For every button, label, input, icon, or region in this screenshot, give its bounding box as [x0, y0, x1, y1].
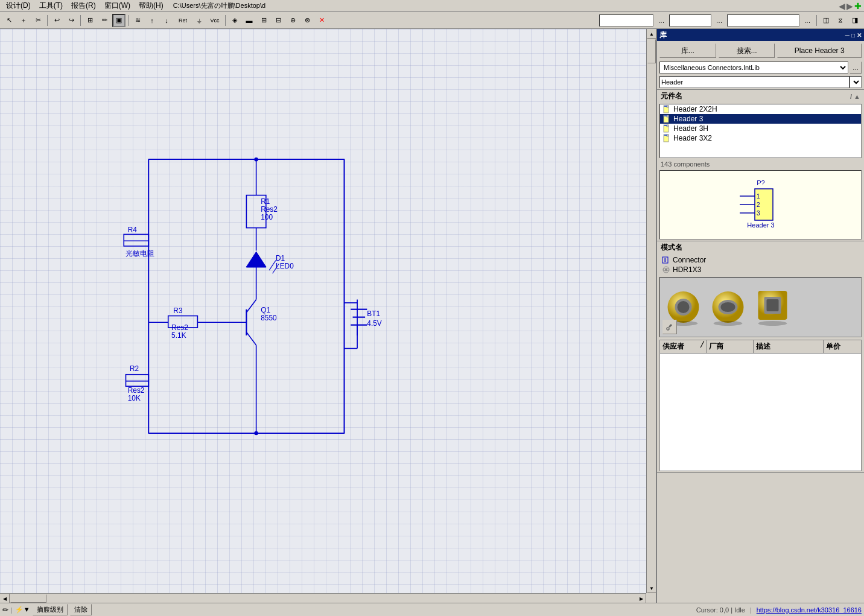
component-item-header3h[interactable]: Header 3H [660, 124, 861, 133]
filter-select[interactable]: ▼ [850, 76, 862, 88]
panel-titlebar: 库 ─ □ ✕ [657, 29, 864, 41]
sheet-size-dropdown[interactable] [599, 14, 653, 27]
svg-text:R1: R1 [261, 197, 270, 206]
tool-place-comp[interactable]: ◈ [228, 14, 241, 27]
svg-point-50 [254, 157, 258, 161]
tool-edit[interactable]: ✏ [98, 14, 111, 27]
supplier-col-desc: 描述 [754, 340, 824, 353]
search-button[interactable]: 搜索... [719, 43, 775, 58]
scroll-thumb-v[interactable] [647, 39, 656, 63]
tool-delete[interactable]: ✕ [315, 14, 328, 27]
tool-select2[interactable]: ▣ [112, 14, 125, 27]
menu-window[interactable]: 窗口(W) [101, 0, 134, 11]
svg-text:BT1: BT1 [367, 310, 380, 318]
svg-line-25 [246, 332, 256, 346]
model-hdr1x3[interactable]: HDR1X3 [659, 265, 862, 275]
zoom-input[interactable] [669, 14, 711, 27]
view-input[interactable] [727, 14, 799, 27]
tool-arrow-down[interactable]: ↓ [160, 14, 173, 27]
tool-select[interactable]: ↖ [2, 14, 16, 27]
library-row: Miscellaneous Connectors.IntLib … [657, 60, 864, 75]
scroll-down-btn[interactable]: ▼ [647, 583, 656, 593]
align-center[interactable]: ⧖ [834, 14, 847, 27]
status-sep-url: | [750, 606, 752, 614]
tool-hier[interactable]: ⊟ [272, 14, 285, 27]
panel-close-icon[interactable]: ✕ [857, 32, 862, 39]
scroll-up-btn[interactable]: ▲ [647, 29, 656, 39]
nav-forward-icon[interactable]: ▶ [847, 1, 853, 11]
component-item-header3x2[interactable]: Header 3X2 [660, 133, 861, 143]
svg-text:Res2: Res2 [261, 205, 278, 214]
panel-restore-icon[interactable]: □ [851, 32, 855, 39]
svg-text:R2: R2 [130, 364, 139, 373]
abstraction-level-btn[interactable]: 摘腹级别 [33, 604, 68, 615]
library-more-btn[interactable]: … [850, 62, 862, 74]
tool-undo[interactable]: ↩ [50, 14, 63, 27]
menu-help[interactable]: 帮助(H) [135, 0, 167, 11]
schematic-canvas[interactable]: R1 Res2 100 D1 LED0 R4 光敏电阻 [0, 29, 656, 603]
wrench-icon [665, 323, 674, 331]
tool-align[interactable]: ⊞ [83, 14, 97, 27]
csdn-url[interactable]: https://blog.csdn.net/k30316_16616 [757, 606, 862, 614]
tool-copy[interactable]: ⊕ [286, 14, 299, 27]
place-header-button[interactable]: Place Header 3 [777, 43, 862, 58]
bottom-toolbar: ✏ | ⚡▼ 摘腹级别 清除 Cursor: 0,0 | Idle | http… [0, 603, 864, 616]
supplier-col-vendor: 供应者 ╱ [660, 340, 707, 353]
tool-ret[interactable]: Ret [174, 14, 191, 27]
nav-back-icon[interactable]: ◀ [839, 1, 845, 11]
tool-arrow-up[interactable]: ↑ [145, 14, 159, 27]
view-dropdown-btn[interactable]: … [801, 14, 814, 27]
filter-input[interactable] [659, 76, 850, 88]
component-list[interactable]: Header 2X2H Header 3 Header 3H [659, 104, 862, 158]
scroll-track-v[interactable] [647, 39, 656, 583]
scroll-thumb-h[interactable] [10, 594, 46, 603]
3d-connector-svg-2 [707, 286, 749, 328]
3d-model-icon [662, 265, 670, 274]
svg-text:5.1K: 5.1K [171, 331, 186, 340]
tool-vcc[interactable]: Vcc [207, 14, 223, 27]
svg-point-83 [678, 301, 690, 313]
tool-power-sym[interactable]: ⏚ [192, 14, 206, 27]
menu-tools[interactable]: 工具(T) [36, 0, 66, 11]
tool-wire-cross[interactable]: + [17, 14, 30, 27]
nav-add-icon[interactable]: ✚ [854, 1, 862, 11]
3d-connector-svg-3 [752, 286, 794, 328]
component-name-header2x2h: Header 2X2H [673, 105, 717, 113]
scroll-left-btn[interactable]: ◀ [0, 594, 10, 603]
toolbar: ↖ + ✂ ↩ ↪ ⊞ ✏ ▣ ≋ ↑ ↓ Ret ⏚ Vcc ◈ ▬ ⊞ ⊟ … [0, 12, 864, 29]
menu-report[interactable]: 报告(R) [68, 0, 100, 11]
svg-point-88 [714, 321, 743, 326]
library-dropdown[interactable]: Miscellaneous Connectors.IntLib [659, 62, 848, 74]
align-right[interactable]: ◨ [848, 14, 862, 27]
tool-wire[interactable]: ≋ [131, 14, 144, 27]
component-item-header2x2h[interactable]: Header 2X2H [660, 104, 861, 114]
canvas-scrollbar-vertical[interactable]: ▲ ▼ [646, 29, 656, 593]
3d-preview-tool-btn[interactable] [662, 320, 677, 334]
svg-text:4.5V: 4.5V [367, 319, 382, 328]
component-item-header3[interactable]: Header 3 [660, 114, 861, 124]
components-section-label: 元件名 [661, 91, 682, 101]
models-section-label: 模式名 [661, 243, 682, 253]
clear-btn[interactable]: 清除 [70, 604, 92, 615]
tool-cut[interactable]: ✂ [31, 14, 45, 27]
library-button[interactable]: 库... [659, 43, 716, 58]
panel-minimize-icon[interactable]: ─ [845, 32, 850, 39]
tool-paste[interactable]: ⊗ [300, 14, 314, 27]
align-left[interactable]: ◫ [819, 14, 833, 27]
tool-rect[interactable]: ▬ [243, 14, 256, 27]
sheet-dropdown-btn[interactable]: … [655, 14, 668, 27]
toolbar-sep-1 [47, 15, 48, 26]
panel-top-buttons: 库... 搜索... Place Header 3 [657, 41, 864, 60]
tool-redo[interactable]: ↪ [65, 14, 78, 27]
model-connector[interactable]: Connector [659, 255, 862, 265]
canvas-scrollbar-horizontal[interactable]: ◀ ▶ [0, 593, 646, 603]
tool-bus[interactable]: ⊞ [257, 14, 270, 27]
zoom-dropdown-btn[interactable]: … [713, 14, 726, 27]
supplier-sort-icon[interactable]: ╱ [700, 341, 704, 348]
scroll-track-h[interactable] [10, 594, 637, 603]
toolbar-sep-4 [225, 15, 226, 26]
scroll-right-btn[interactable]: ▶ [637, 594, 646, 603]
component-name-header3h: Header 3H [673, 124, 708, 133]
component-doc-icon-2 [662, 115, 671, 123]
menu-design[interactable]: 设计(D) [2, 0, 34, 11]
